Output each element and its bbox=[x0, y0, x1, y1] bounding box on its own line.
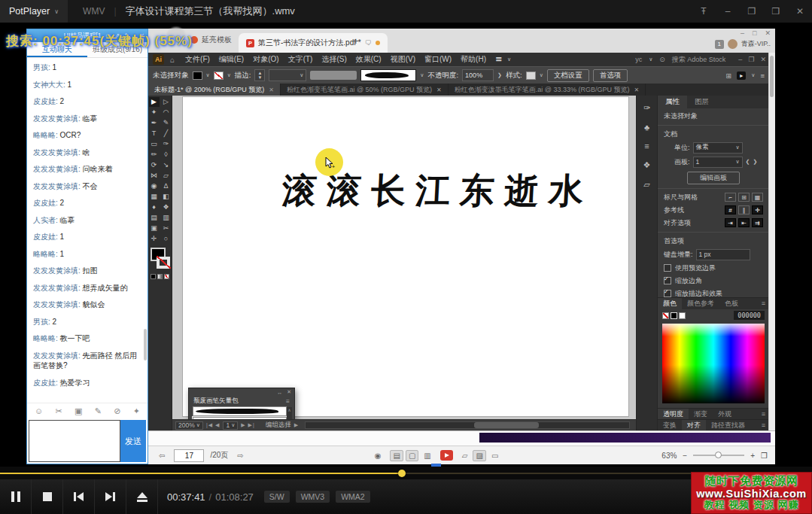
chevron-down-icon[interactable]: ∨ bbox=[540, 72, 543, 78]
gift-icon[interactable]: ✦ bbox=[133, 406, 140, 416]
zoom-level-select[interactable]: 200%∨ bbox=[175, 421, 203, 430]
arrange-icon[interactable]: ⊞ bbox=[725, 71, 731, 80]
chat-message-list[interactable]: 男孩1 女神大大1 皮皮娃2 发发发黄涂填临摹 略略略OCR? bbox=[27, 58, 147, 403]
snap-point-icon[interactable]: ⇤ bbox=[738, 218, 750, 227]
panel-scrollbar[interactable]: ∧∨ bbox=[287, 407, 292, 419]
zoom-in-icon[interactable]: + bbox=[750, 452, 755, 460]
read-mode-icon[interactable]: ◉ bbox=[372, 450, 385, 461]
direct-selection-tool[interactable]: ▷ bbox=[161, 97, 172, 107]
chat-scrollbar[interactable] bbox=[144, 329, 147, 360]
white-color-swatch[interactable] bbox=[679, 312, 686, 319]
slice-tool[interactable]: ✂ bbox=[161, 224, 172, 233]
color-panel-tab[interactable]: 色板 bbox=[719, 298, 744, 309]
grid-icon[interactable]: ⊞ bbox=[738, 193, 750, 202]
home-icon[interactable]: ⌂ bbox=[170, 56, 175, 64]
fill-swatch[interactable] bbox=[193, 71, 202, 80]
menu-item[interactable]: 选择(S) bbox=[317, 55, 351, 63]
next-page-icon[interactable]: ⇨ bbox=[234, 450, 246, 461]
zoom-tool[interactable]: ○ bbox=[161, 234, 172, 244]
next-icon[interactable]: ❯ bbox=[753, 159, 757, 165]
unit-select[interactable]: 像素∨ bbox=[693, 142, 743, 154]
chevron-right-icon[interactable]: ❯ bbox=[497, 72, 502, 78]
menu-panel-icon[interactable]: ≡ bbox=[644, 141, 649, 151]
menu-item[interactable]: 编辑(E) bbox=[214, 55, 248, 63]
menu-item[interactable]: 文件(F) bbox=[181, 55, 214, 63]
collapse-icon[interactable]: ↔ bbox=[277, 390, 282, 395]
paintbrush-tool[interactable]: ✑ bbox=[161, 139, 172, 149]
blend-tool[interactable]: ❖ bbox=[161, 202, 172, 212]
horizontal-scrollbar[interactable] bbox=[305, 421, 630, 429]
chevron-down-icon[interactable]: ∨ bbox=[420, 72, 424, 78]
symbol-sprayer-tool[interactable]: ▤ bbox=[149, 213, 160, 223]
open-button[interactable] bbox=[126, 479, 158, 514]
snap-grid-icon[interactable]: ⇉ bbox=[752, 218, 763, 227]
checkbox[interactable] bbox=[664, 277, 671, 284]
gradient-button[interactable] bbox=[157, 274, 163, 279]
pdf-export-icon[interactable]: ▱ bbox=[459, 450, 471, 461]
color-panel-tab[interactable]: 颜色 bbox=[658, 298, 682, 309]
chevron-down-icon[interactable]: ∨ bbox=[206, 72, 210, 78]
potplayer-menu-button[interactable]: PotPlayer ∨ bbox=[0, 0, 68, 23]
video-play-button[interactable] bbox=[440, 450, 453, 461]
curvature-tool[interactable]: ✎ bbox=[161, 118, 172, 128]
chat-input[interactable] bbox=[29, 420, 120, 462]
edit-artboards-button[interactable]: 编辑画板 bbox=[687, 172, 740, 184]
artboard-select[interactable]: 1∨ bbox=[223, 421, 238, 430]
shape-builder-tool[interactable]: ◉ bbox=[149, 181, 160, 191]
dock-bottom-tab[interactable]: 对齐 bbox=[682, 420, 706, 430]
account-button[interactable]: yc bbox=[635, 56, 642, 63]
stroke-swatch[interactable] bbox=[214, 71, 224, 80]
minimize-icon[interactable]: – bbox=[738, 56, 742, 63]
none-button[interactable] bbox=[164, 274, 169, 279]
minimize-icon[interactable]: – bbox=[741, 29, 744, 37]
chevron-down-icon[interactable]: ∨ bbox=[751, 72, 755, 78]
symbols-panel-icon[interactable]: ♣ bbox=[644, 123, 649, 132]
pixel-grid-icon[interactable]: ▦ bbox=[752, 193, 763, 202]
edit-icon[interactable]: ✎ bbox=[95, 406, 102, 416]
brush-item-selected[interactable] bbox=[193, 417, 287, 419]
pen-tool[interactable]: ✒ bbox=[149, 118, 160, 128]
close-icon[interactable]: ✕ bbox=[634, 87, 639, 93]
color-button[interactable] bbox=[151, 274, 156, 279]
menu-item[interactable]: 窗口(W) bbox=[420, 55, 456, 63]
artboard-number-select[interactable]: 1∨ bbox=[693, 157, 743, 168]
ad-banner[interactable]: 随时下免费资源网 www.SuiShiXia.com 教程 视频 资源 网赚 bbox=[691, 472, 812, 514]
scrollbar-thumb[interactable] bbox=[474, 422, 539, 428]
document-tab[interactable]: 粉红色渐变泼墨毛笔字笔画.ai @ 33.33% (RGB/GPU 预览) ✕ bbox=[449, 84, 646, 96]
checkbox[interactable] bbox=[664, 264, 671, 272]
workspace-switcher[interactable]: ▸ bbox=[737, 71, 746, 80]
rotate-tool[interactable]: ⟳ bbox=[149, 160, 160, 170]
first-artboard-icon[interactable]: |◀ ◀ bbox=[206, 422, 220, 428]
hex-value[interactable]: 000000 bbox=[734, 311, 765, 320]
menu-lines-icon[interactable]: ≡ bbox=[760, 71, 765, 80]
menu-item[interactable]: 帮助(H) bbox=[456, 55, 491, 63]
two-page-view-icon[interactable]: ▥ bbox=[421, 450, 433, 461]
width-tool[interactable]: ⋈ bbox=[149, 171, 160, 181]
smart-guides-icon[interactable]: ✛ bbox=[752, 205, 763, 214]
single-page-icon[interactable]: ▢ bbox=[406, 450, 418, 461]
brush-item[interactable] bbox=[193, 406, 287, 416]
canvas[interactable]: 滚滚长江东逝水 + ↔ ✕ bbox=[172, 96, 636, 419]
keyboard-increment-input[interactable]: 1 px bbox=[696, 249, 750, 260]
magic-wand-tool[interactable]: ✦ bbox=[149, 108, 160, 117]
document-setup-button[interactable]: 文档设置 bbox=[547, 69, 589, 82]
stop-button[interactable] bbox=[32, 479, 63, 514]
gradient-tool[interactable]: ◧ bbox=[161, 192, 172, 202]
zoom-slider[interactable] bbox=[693, 455, 744, 456]
free-transform-tool[interactable]: ▱ bbox=[161, 171, 172, 181]
browser-tab-pdf[interactable]: P 第三节-书法字的设计方法.pdf * 🗨 bbox=[239, 33, 388, 53]
preferences-button[interactable]: 首选项 bbox=[593, 69, 628, 82]
pause-button[interactable] bbox=[0, 479, 32, 514]
type-tool[interactable]: T bbox=[149, 129, 160, 138]
page-number-input[interactable]: 17 bbox=[174, 449, 204, 462]
variable-width-profile[interactable] bbox=[310, 71, 357, 80]
restore-icon[interactable]: ❐ bbox=[740, 0, 764, 23]
fullscreen-icon[interactable]: ❒ bbox=[764, 0, 788, 23]
brush-definition-dropdown[interactable] bbox=[360, 69, 416, 81]
selection-tool[interactable]: ▶ bbox=[149, 97, 160, 107]
opacity-input[interactable]: 100% bbox=[462, 69, 494, 81]
graph-tool[interactable]: ▥ bbox=[161, 213, 172, 223]
browser-tab-site[interactable]: 延亮模板 bbox=[190, 35, 232, 45]
menu-item[interactable]: 视图(V) bbox=[386, 55, 420, 63]
layers-panel-icon[interactable]: ❖ bbox=[643, 160, 651, 170]
